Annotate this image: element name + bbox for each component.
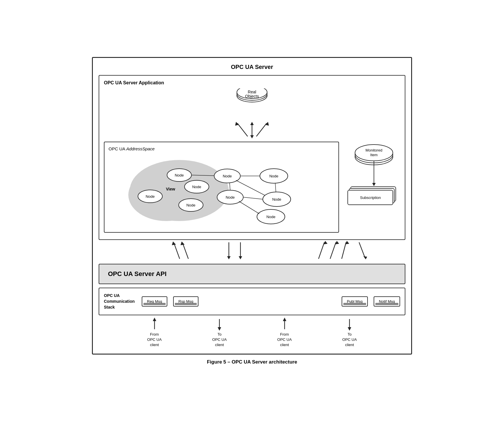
- rsp-msg-box: Rsp Msg: [173, 296, 198, 307]
- publ-msg-box: Publ Msg: [342, 296, 368, 307]
- svg-line-63: [342, 242, 346, 259]
- svg-text:Node: Node: [272, 197, 281, 202]
- svg-line-65: [359, 242, 365, 257]
- svg-marker-66: [363, 256, 367, 259]
- server-app-box: OPC UA Server Application Real Objects: [99, 75, 405, 240]
- svg-line-5: [237, 123, 248, 136]
- req-msg-box: Req Msg: [142, 296, 167, 307]
- notif-msg-label: Notif Msg: [379, 299, 395, 304]
- svg-marker-11: [265, 122, 269, 126]
- req-msg-container: Req Msg: [142, 296, 167, 307]
- svg-text:View: View: [166, 187, 175, 191]
- req-arrow-svg: [150, 318, 159, 331]
- svg-text:Monitored: Monitored: [365, 148, 382, 152]
- svg-marker-70: [218, 327, 221, 331]
- arrows-between-container: [99, 240, 405, 260]
- rsp-msg-arrow-col: To OPC UA client: [212, 318, 227, 348]
- notif-msg-arrow-col: To OPC UA client: [342, 318, 357, 348]
- notif-arrow-label: To OPC UA client: [342, 332, 357, 348]
- nodes-diagram-svg: Node Node View Node Node: [109, 154, 334, 227]
- svg-line-37: [239, 201, 259, 214]
- rsp-arrow-label: To OPC UA client: [212, 332, 227, 348]
- page-wrapper: OPC UA Server OPC UA Server Application …: [92, 57, 412, 365]
- address-space-box: OPC UA AddressSpace Node: [104, 142, 339, 233]
- svg-marker-9: [250, 135, 254, 138]
- svg-marker-8: [250, 122, 254, 125]
- middle-section: OPC UA AddressSpace Node: [104, 142, 400, 235]
- svg-line-59: [319, 242, 324, 259]
- svg-marker-74: [348, 327, 351, 331]
- right-panel-svg: Monitored Item Subscription: [345, 142, 400, 235]
- svg-line-51: [174, 243, 180, 259]
- svg-line-39: [230, 183, 230, 190]
- api-label: OPC UA Server API: [108, 270, 166, 277]
- svg-marker-52: [172, 241, 176, 245]
- real-objects-svg: Real Objects: [235, 88, 269, 112]
- svg-line-61: [330, 242, 336, 259]
- svg-text:Node: Node: [145, 194, 155, 199]
- req-msg-arrow-col: From OPC UA client: [147, 318, 162, 348]
- svg-text:Objects: Objects: [245, 94, 259, 99]
- publ-msg-arrow-col: From OPC UA client: [277, 318, 292, 348]
- svg-marker-46: [372, 183, 376, 186]
- rsp-msg-label: Rsp Msg: [178, 299, 193, 304]
- svg-marker-6: [235, 122, 239, 126]
- publ-arrow-svg: [280, 318, 289, 331]
- api-bar: OPC UA Server API: [99, 264, 405, 284]
- outer-title: OPC UA Server: [99, 64, 405, 70]
- publ-msg-container: Publ Msg: [342, 296, 368, 307]
- svg-text:Node: Node: [266, 215, 275, 219]
- svg-text:Node: Node: [192, 185, 201, 189]
- figure-caption: Figure 5 – OPC UA Server architecture: [92, 359, 412, 365]
- comm-stack-box: OPC UA Communication Stack Req Msg Rsp M…: [99, 288, 405, 315]
- left-content: OPC UA AddressSpace Node: [104, 142, 339, 233]
- req-arrow-label: From OPC UA client: [147, 332, 162, 348]
- req-msg-label: Req Msg: [147, 299, 162, 304]
- svg-line-53: [182, 243, 188, 259]
- svg-marker-56: [227, 256, 230, 259]
- real-objects-arrows-svg: [229, 120, 275, 139]
- svg-marker-72: [283, 318, 286, 321]
- svg-text:Node: Node: [186, 203, 195, 207]
- notif-msg-box: Notif Msg: [374, 296, 400, 307]
- right-content: Monitored Item Subscription: [345, 142, 400, 235]
- comm-stack-label: OPC UA Communication Stack: [104, 293, 136, 310]
- svg-text:Node: Node: [226, 195, 235, 200]
- svg-text:Real: Real: [248, 90, 256, 94]
- real-objects-container: Real Objects: [104, 88, 400, 117]
- real-objects-arrows-container: [104, 120, 400, 139]
- svg-marker-54: [180, 241, 184, 245]
- arrows-between-svg: [99, 240, 405, 260]
- notif-arrow-svg: [345, 318, 354, 331]
- server-app-title: OPC UA Server Application: [104, 80, 400, 86]
- svg-line-36: [243, 197, 263, 199]
- svg-text:Node: Node: [223, 174, 232, 178]
- svg-line-38: [275, 183, 276, 192]
- svg-text:Node: Node: [175, 173, 184, 177]
- address-space-title: OPC UA AddressSpace: [109, 146, 334, 151]
- svg-text:Node: Node: [269, 174, 278, 178]
- bottom-section: From OPC UA client To OPC UA client: [99, 318, 405, 348]
- rsp-msg-container: Rsp Msg: [173, 296, 198, 307]
- outer-box: OPC UA Server OPC UA Server Application …: [92, 57, 412, 354]
- svg-text:Item: Item: [370, 153, 377, 157]
- svg-line-10: [256, 123, 267, 136]
- rsp-arrow-svg: [215, 318, 224, 331]
- svg-marker-68: [153, 318, 156, 321]
- svg-text:Subscription: Subscription: [360, 195, 381, 200]
- publ-arrow-label: From OPC UA client: [277, 332, 292, 348]
- svg-marker-58: [239, 256, 242, 259]
- publ-msg-label: Publ Msg: [347, 299, 363, 304]
- notif-msg-container: Notif Msg: [374, 296, 400, 307]
